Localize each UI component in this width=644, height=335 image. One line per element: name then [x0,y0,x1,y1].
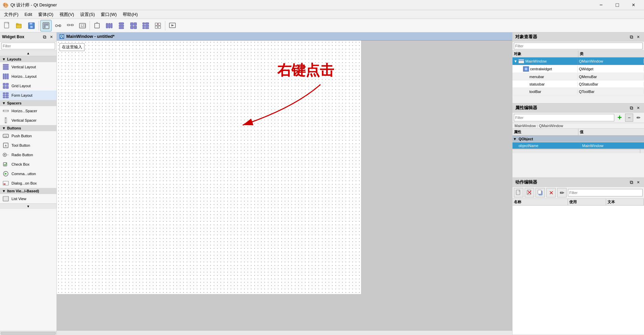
widget-box-close-btn[interactable]: × [48,34,54,40]
new-button[interactable] [1,20,13,31]
category-spacers[interactable]: ▼ Spacers [0,100,56,106]
svg-rect-42 [155,26,158,28]
signal-slots-button[interactable] [52,20,64,31]
prop-group-qobject[interactable]: ▼ QObject [512,136,644,142]
widget-item-vertical-layout[interactable]: Vertical Layout [0,62,56,72]
widget-editor-button[interactable] [40,20,52,31]
menu-edit[interactable]: Edit [22,11,35,18]
statusbar-obj-name: statusbar [529,82,545,86]
menu-file[interactable]: 文件(F) [1,11,21,18]
menu-view[interactable]: 视图(V) [57,11,77,18]
obj-row-centralwidget[interactable]: centralwidget QWidget [512,65,644,73]
canvas-inner[interactable]: 在这里输入 右键点击 [57,41,361,294]
widget-item-grid-layout[interactable]: Grid Layout [0,81,56,91]
widget-item-h-spacer[interactable]: Horizo...Spacer [0,106,56,116]
obj-row-mainwindow[interactable]: ▼ MainWindow QMainWindow [512,57,644,65]
action-cut-btn[interactable]: ✕ [546,188,556,197]
svg-rect-24 [106,23,108,28]
horizontal-layout-label: Horizo...Layout [11,74,37,78]
property-editor-filter-input[interactable] [514,114,614,121]
property-minus-btn[interactable]: − [625,114,633,122]
prop-col-property: 属性 [512,129,578,135]
widget-box-filter-input[interactable] [1,43,55,49]
action-copy-btn[interactable] [535,188,545,197]
property-editor-close-btn[interactable]: × [635,105,641,111]
obj-row-toolbar[interactable]: toolBar QToolBar [512,88,644,95]
action-pencil-btn[interactable]: ✏ [557,188,567,197]
menu-settings[interactable]: 设置(S) [77,11,97,18]
canvas-scrollable[interactable]: 在这里输入 右键点击 [57,41,512,330]
break-layout-button[interactable] [152,20,164,31]
action-editor-filter-input[interactable] [568,189,643,196]
list-view-label: List View [11,197,26,201]
widget-item-command-button[interactable]: Comma...utton [0,169,56,178]
widget-item-v-spacer[interactable]: Vertical Spacer [0,116,56,125]
svg-rect-9 [47,24,48,25]
widget-item-form-layout[interactable]: Form Layout [0,91,56,100]
property-editor-float-btn[interactable]: ⧉ [628,105,635,111]
open-button[interactable] [14,20,25,31]
category-layouts-arrow: ▼ [2,57,6,61]
close-button[interactable]: × [626,0,641,10]
tab-order-button[interactable]: 123 [77,20,88,31]
action-editor-close-btn[interactable]: × [635,179,641,185]
preview-button[interactable] [167,20,178,31]
widget-item-tool-button[interactable]: Tool Button [0,141,56,150]
grid-layout-icon [2,82,9,90]
dialog-button-label: Dialog...on Box [11,181,37,185]
prop-row-objectname[interactable]: objectName MainWindow [512,142,644,149]
v-layout-button[interactable] [116,20,127,31]
maximize-button[interactable]: □ [610,0,625,10]
h-layout-button[interactable] [103,20,115,31]
svg-rect-101 [538,190,541,194]
v-spacer-icon [2,117,9,124]
category-item-views[interactable]: ▼ Item Vie...l-Based) [0,188,56,194]
action-new-btn[interactable] [514,188,523,197]
action-editor-float-btn[interactable]: ⧉ [628,179,635,185]
action-editor-toolbar: ✕ ✏ [512,187,644,199]
svg-marker-75 [5,144,7,146]
widget-box-float-btn[interactable]: ⧉ [42,34,48,40]
category-layouts[interactable]: ▼ Layouts [0,56,56,62]
category-buttons[interactable]: ▼ Buttons [0,125,56,131]
menu-window[interactable]: 窗体(O) [35,11,56,18]
save-button[interactable] [26,20,37,31]
svg-rect-60 [3,95,5,96]
svg-line-85 [4,184,5,184]
grid-layout-button[interactable] [128,20,139,31]
h-spacer-icon [2,107,9,115]
widget-item-horizontal-layout[interactable]: Horizo...Layout [0,72,56,81]
obj-row-menubar[interactable]: menubar QMenuBar [512,73,644,80]
menu-panels[interactable]: 窗口(W) [98,11,119,18]
object-inspector-table: 对象 类 ▼ MainWindow QMainWindow [512,51,644,103]
widget-scroll-up-btn[interactable]: ▲ [27,51,30,55]
svg-marker-14 [59,25,60,26]
list-view-icon [2,195,9,202]
property-add-btn[interactable]: + [616,114,624,122]
widget-item-radio-button[interactable]: Radio Button [0,150,56,160]
widget-item-list-view[interactable]: List View [0,194,56,204]
minimize-button[interactable]: − [593,0,609,10]
menu-help[interactable]: 帮助(H) [120,11,140,18]
svg-rect-50 [3,68,8,70]
form-layout-button[interactable] [140,20,151,31]
object-inspector-close-btn[interactable]: × [635,34,641,40]
action-delete-btn[interactable] [525,188,534,197]
widget-item-check-box[interactable]: Check Box [0,160,56,169]
widget-item-dialog-button[interactable]: Dialog...on Box [0,178,56,188]
canvas-hscroll[interactable] [57,331,507,335]
action-editor-title: 动作编辑器 [515,179,537,185]
widget-item-push-button[interactable]: OK Push Button [0,131,56,141]
object-inspector-float-btn[interactable]: ⧉ [628,34,635,40]
canvas-input[interactable]: 在这里输入 [59,43,85,51]
obj-col-object: 对象 [512,51,578,57]
object-inspector-table-header: 对象 类 [512,51,644,57]
widget-scroll-down-btn[interactable]: ▼ [27,205,30,208]
svg-rect-58 [3,93,5,94]
obj-row-statusbar[interactable]: statusbar QStatusBar [512,80,644,88]
adjust-size-button[interactable] [91,20,103,31]
buddy-button[interactable] [65,20,76,31]
object-inspector-filter-input[interactable] [514,43,643,49]
property-pencil-btn[interactable]: ✏ [635,114,643,122]
property-editor-hscroll-track[interactable] [512,149,640,153]
